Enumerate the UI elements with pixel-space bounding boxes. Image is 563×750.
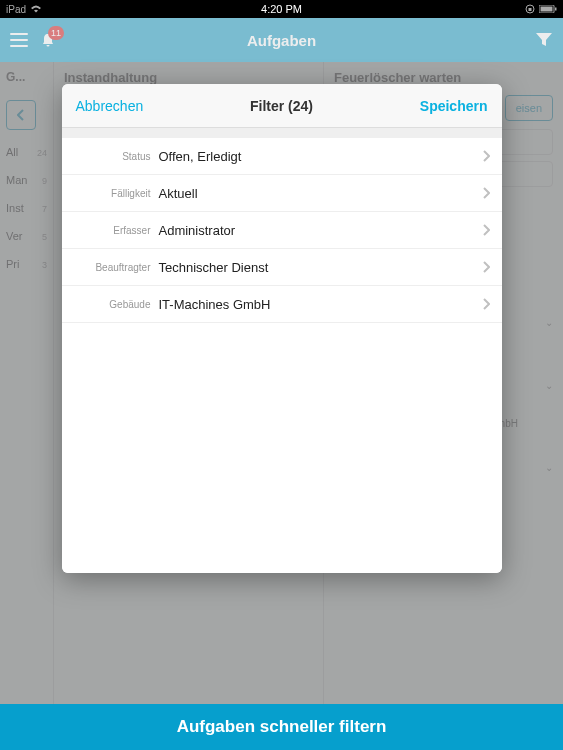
svg-rect-4	[555, 8, 557, 11]
status-bar: iPad 4:20 PM	[0, 0, 563, 18]
chevron-right-icon	[482, 261, 490, 273]
modal-empty-space	[62, 323, 502, 573]
filter-row-value: Aktuell	[159, 186, 482, 201]
page-title: Aufgaben	[0, 32, 563, 49]
battery-icon	[539, 5, 557, 13]
filter-row-label: Gebäude	[74, 299, 159, 310]
filter-row-creator[interactable]: Erfasser Administrator	[62, 212, 502, 249]
filter-row-building[interactable]: Gebäude IT-Machines GmbH	[62, 286, 502, 323]
navigation-bar: 11 Aufgaben	[0, 18, 563, 62]
filter-list: Status Offen, Erledigt Fälligkeit Aktuel…	[62, 138, 502, 323]
device-label: iPad	[6, 4, 26, 15]
chevron-right-icon	[482, 187, 490, 199]
filter-row-label: Erfasser	[74, 225, 159, 236]
modal-overlay: Abbrechen Filter (24) Speichern Status O…	[0, 62, 563, 704]
filter-modal: Abbrechen Filter (24) Speichern Status O…	[62, 84, 502, 573]
modal-header: Abbrechen Filter (24) Speichern	[62, 84, 502, 128]
cancel-button[interactable]: Abbrechen	[76, 98, 144, 114]
orientation-lock-icon	[525, 4, 535, 14]
filter-row-due[interactable]: Fälligkeit Aktuell	[62, 175, 502, 212]
chevron-right-icon	[482, 224, 490, 236]
save-button[interactable]: Speichern	[420, 98, 488, 114]
filter-row-label: Status	[74, 151, 159, 162]
filter-row-status[interactable]: Status Offen, Erledigt	[62, 138, 502, 175]
wifi-icon	[30, 5, 42, 13]
svg-rect-1	[529, 8, 532, 11]
chevron-right-icon	[482, 298, 490, 310]
filter-row-value: IT-Machines GmbH	[159, 297, 482, 312]
filter-row-value: Administrator	[159, 223, 482, 238]
clock: 4:20 PM	[190, 3, 374, 15]
filter-row-label: Beauftragter	[74, 262, 159, 273]
filter-row-value: Technischer Dienst	[159, 260, 482, 275]
filter-row-assignee[interactable]: Beauftragter Technischer Dienst	[62, 249, 502, 286]
chevron-right-icon	[482, 150, 490, 162]
promo-banner: Aufgaben schneller filtern	[0, 704, 563, 750]
banner-text: Aufgaben schneller filtern	[177, 717, 387, 737]
filter-row-label: Fälligkeit	[74, 188, 159, 199]
filter-row-value: Offen, Erledigt	[159, 149, 482, 164]
svg-rect-3	[541, 7, 553, 12]
